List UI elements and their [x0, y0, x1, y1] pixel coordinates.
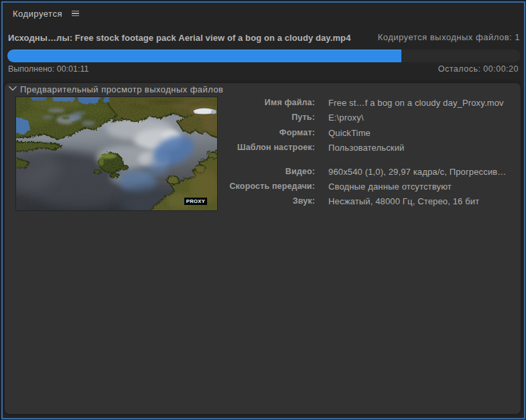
svg-text:PROXY: PROXY: [186, 198, 205, 204]
